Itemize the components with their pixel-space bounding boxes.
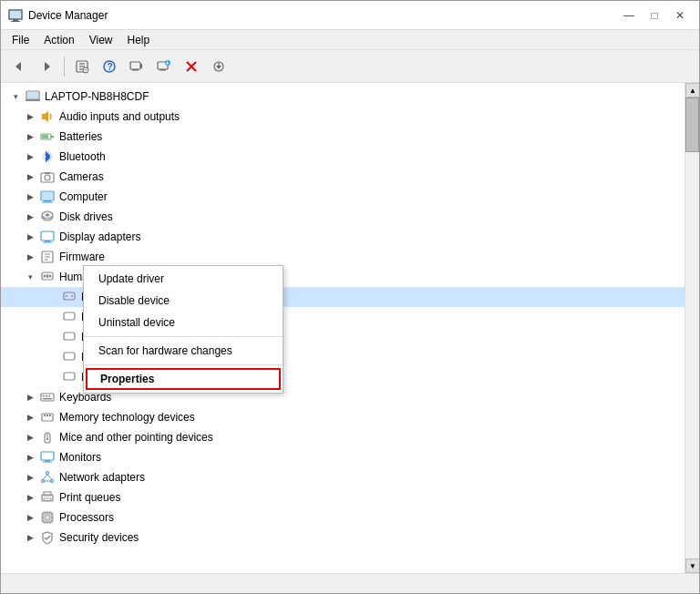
monitors-expand-icon[interactable]: ▶ bbox=[23, 450, 37, 465]
content-area: ▾ LAPTOP-NB8H8CDF ▶ bbox=[1, 83, 699, 573]
hid4-expand-icon[interactable] bbox=[45, 350, 59, 364]
memory-expand-icon[interactable]: ▶ bbox=[23, 410, 37, 425]
tree-root[interactable]: ▾ LAPTOP-NB8H8CDF bbox=[1, 87, 685, 107]
elan-expand-icon[interactable] bbox=[45, 290, 59, 304]
svg-point-72 bbox=[46, 438, 48, 440]
laptop-icon bbox=[25, 88, 41, 105]
tree-item-batteries[interactable]: ▶ Batteries bbox=[1, 127, 685, 147]
root-expand-icon[interactable]: ▾ bbox=[8, 89, 23, 104]
minimize-button[interactable]: — bbox=[617, 6, 641, 25]
hid5-expand-icon[interactable] bbox=[45, 370, 59, 384]
svg-rect-63 bbox=[43, 395, 45, 397]
bluetooth-icon bbox=[39, 148, 56, 165]
audio-expand-icon[interactable]: ▶ bbox=[23, 109, 37, 124]
ctx-separator-1 bbox=[84, 336, 283, 337]
disk-expand-icon[interactable]: ▶ bbox=[23, 210, 37, 224]
tree-item-cameras[interactable]: ▶ Cameras bbox=[1, 167, 685, 187]
properties-toolbar-button[interactable]: ? bbox=[69, 54, 95, 79]
hid5-icon bbox=[61, 369, 77, 385]
memory-label: Memory technology devices bbox=[59, 411, 195, 424]
ctx-disable-device[interactable]: Disable device bbox=[84, 290, 283, 312]
maximize-button[interactable]: □ bbox=[643, 6, 666, 25]
tree-item-network[interactable]: ▶ Network adapters bbox=[1, 467, 685, 487]
network-label: Network adapters bbox=[59, 471, 145, 484]
scan-toolbar-button[interactable] bbox=[124, 54, 149, 79]
context-menu: Update driver Disable device Uninstall d… bbox=[83, 265, 283, 394]
remove-toolbar-button[interactable] bbox=[179, 54, 204, 79]
security-expand-icon[interactable]: ▶ bbox=[23, 530, 37, 545]
processors-icon bbox=[39, 509, 56, 526]
batteries-icon bbox=[39, 128, 56, 145]
svg-rect-55 bbox=[64, 292, 75, 300]
firmware-expand-icon[interactable]: ▶ bbox=[23, 250, 37, 264]
scrollbar-thumb[interactable] bbox=[685, 97, 699, 152]
svg-rect-86 bbox=[45, 515, 50, 520]
ctx-scan-hardware[interactable]: Scan for hardware changes bbox=[84, 340, 283, 362]
help-toolbar-button[interactable]: ? bbox=[97, 54, 122, 79]
forward-button[interactable] bbox=[34, 54, 59, 79]
tree-item-computer[interactable]: ▶ Computer bbox=[1, 187, 685, 207]
ctx-update-driver[interactable]: Update driver bbox=[84, 268, 283, 290]
batteries-expand-icon[interactable]: ▶ bbox=[23, 129, 37, 144]
print-expand-icon[interactable]: ▶ bbox=[23, 490, 37, 505]
close-button[interactable]: ✕ bbox=[668, 6, 692, 25]
svg-rect-1 bbox=[13, 19, 18, 21]
menu-action[interactable]: Action bbox=[36, 32, 81, 48]
display-expand-icon[interactable]: ▶ bbox=[23, 230, 37, 244]
back-button[interactable] bbox=[6, 54, 32, 79]
hid2-icon bbox=[61, 309, 77, 325]
bluetooth-expand-icon[interactable]: ▶ bbox=[23, 149, 37, 164]
menu-file[interactable]: File bbox=[5, 32, 36, 48]
svg-rect-14 bbox=[130, 62, 140, 69]
tree-item-disk[interactable]: ▶ Disk drives bbox=[1, 207, 685, 227]
mice-expand-icon[interactable]: ▶ bbox=[23, 430, 37, 445]
svg-rect-45 bbox=[45, 241, 50, 242]
svg-text:+: + bbox=[166, 59, 170, 66]
tree-item-display[interactable]: ▶ Display adapters bbox=[1, 227, 685, 247]
toolbar: ? ? + bbox=[1, 50, 699, 83]
processors-expand-icon[interactable]: ▶ bbox=[23, 510, 37, 525]
update-toolbar-button[interactable] bbox=[206, 54, 232, 79]
tree-item-print[interactable]: ▶ Print queues bbox=[1, 487, 685, 507]
scrollbar-track[interactable] bbox=[685, 97, 699, 558]
menu-help[interactable]: Help bbox=[120, 32, 158, 48]
tree-item-firmware[interactable]: ▶ Firmware bbox=[1, 247, 685, 267]
svg-rect-18 bbox=[160, 69, 166, 71]
svg-rect-64 bbox=[46, 395, 47, 397]
svg-rect-68 bbox=[44, 415, 46, 416]
scrollbar[interactable]: ▲ ▼ bbox=[685, 83, 699, 573]
ctx-uninstall-device[interactable]: Uninstall device bbox=[84, 312, 283, 333]
hid-expand-icon[interactable]: ▾ bbox=[23, 270, 37, 284]
keyboards-expand-icon[interactable]: ▶ bbox=[23, 390, 37, 405]
tree-item-processors[interactable]: ▶ bbox=[1, 507, 685, 527]
scrollbar-up-button[interactable]: ▲ bbox=[685, 83, 699, 97]
app-icon bbox=[8, 8, 23, 23]
tree-item-monitors[interactable]: ▶ Monitors bbox=[1, 447, 685, 467]
display-label: Display adapters bbox=[59, 230, 140, 243]
scrollbar-down-button[interactable]: ▼ bbox=[685, 558, 699, 573]
svg-rect-46 bbox=[43, 242, 52, 243]
add-toolbar-button[interactable]: + bbox=[151, 54, 177, 79]
hid3-expand-icon[interactable] bbox=[45, 330, 59, 344]
svg-text:?: ? bbox=[108, 62, 113, 72]
svg-rect-44 bbox=[41, 231, 54, 241]
tree-item-bluetooth[interactable]: ▶ Bluetooth bbox=[1, 147, 685, 167]
memory-icon bbox=[39, 409, 56, 425]
tree-item-mice[interactable]: ▶ Mice and other pointing devices bbox=[1, 427, 685, 447]
cameras-expand-icon[interactable]: ▶ bbox=[23, 169, 37, 184]
tree-item-audio[interactable]: ▶ Audio inputs and outputs bbox=[1, 107, 685, 127]
ctx-properties[interactable]: Properties bbox=[86, 368, 281, 390]
svg-point-35 bbox=[45, 175, 50, 180]
computer-expand-icon[interactable]: ▶ bbox=[23, 189, 37, 204]
device-tree[interactable]: ▾ LAPTOP-NB8H8CDF ▶ bbox=[1, 83, 685, 573]
svg-rect-61 bbox=[64, 373, 75, 380]
menu-view[interactable]: View bbox=[82, 32, 120, 48]
network-expand-icon[interactable]: ▶ bbox=[23, 470, 37, 485]
svg-rect-84 bbox=[44, 498, 51, 501]
tree-item-memory[interactable]: ▶ Memory technology devices bbox=[1, 407, 685, 427]
bluetooth-label: Bluetooth bbox=[59, 150, 106, 163]
tree-item-security[interactable]: ▶ Security devices bbox=[1, 527, 685, 548]
svg-rect-70 bbox=[49, 415, 51, 416]
hid2-expand-icon[interactable] bbox=[45, 310, 59, 324]
svg-rect-73 bbox=[41, 452, 54, 460]
